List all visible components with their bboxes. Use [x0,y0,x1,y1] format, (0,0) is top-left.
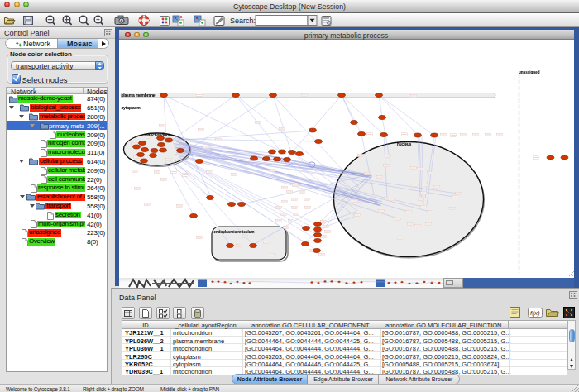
svg-text:plasma membrane: plasma membrane [122,93,156,98]
svg-text:endoplasmic reticulum: endoplasmic reticulum [214,230,255,234]
svg-text:f(x): f(x) [530,309,540,317]
svg-text:Search:: Search: [230,17,256,25]
svg-text:mitochondrion: mitochondrion [145,133,171,137]
svg-text:nucleus: nucleus [397,142,412,146]
svg-text:unassigned: unassigned [519,70,540,74]
svg-text:cytoplasm: cytoplasm [122,105,141,110]
